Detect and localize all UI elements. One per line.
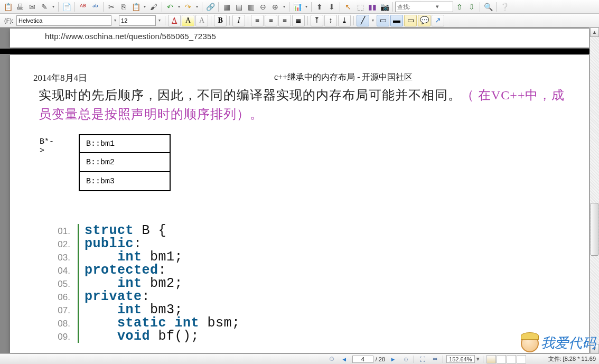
font-combo[interactable]	[16, 15, 111, 26]
dropdown-icon[interactable]: ▾	[176, 4, 182, 9]
border-icon[interactable]: ▭	[377, 15, 389, 26]
gutter-bar	[78, 277, 79, 290]
export-pdf-icon[interactable]: 📄	[61, 1, 72, 13]
sort-desc-icon[interactable]: ⬇	[326, 1, 338, 13]
last-page-icon[interactable]: ⦶	[401, 355, 410, 363]
grid-icon[interactable]: ▤	[233, 1, 245, 13]
undo-icon[interactable]: ↶	[164, 1, 176, 13]
sort-asc-icon[interactable]: ⬆	[314, 1, 325, 13]
scroll-down-icon[interactable]: ▼	[590, 344, 599, 353]
align-left-icon[interactable]: ≡	[251, 15, 264, 26]
code-block: 01.struct B {02.public:03. int bm1;04.pr…	[52, 224, 240, 343]
italic-icon[interactable]: I	[232, 15, 245, 26]
zoom-control[interactable]: 152.64% ▾	[446, 355, 479, 363]
code-line: 03. int bm1;	[52, 250, 240, 264]
first-page-icon[interactable]: ⦵	[327, 355, 336, 363]
gutter-bar	[78, 237, 79, 250]
align-center-icon[interactable]: ≡	[265, 15, 277, 26]
bold-icon[interactable]: B	[214, 15, 227, 26]
view-continuous-icon[interactable]	[497, 355, 506, 363]
page-current-input[interactable]	[352, 356, 373, 363]
dropdown-icon[interactable]: ▾	[282, 4, 287, 9]
align-justify-icon[interactable]: ≣	[292, 15, 305, 26]
dropdown-icon[interactable]: ▾	[51, 4, 56, 9]
code-line: 08. static int bsm;	[52, 316, 240, 330]
edit-icon[interactable]: ✎	[39, 1, 50, 13]
view-single-icon[interactable]	[486, 355, 496, 363]
line-number: 07.	[52, 304, 78, 315]
dropdown-icon[interactable]: ▾	[304, 4, 309, 9]
code-line: 09. void bf();	[52, 330, 240, 343]
view-facing-icon[interactable]	[507, 355, 516, 363]
code-line: 06.private:	[52, 290, 240, 303]
gutter-bar	[78, 303, 79, 316]
chevron-down-icon[interactable]: ▾	[476, 356, 480, 362]
share-icon[interactable]: ↗	[432, 15, 444, 26]
redo-icon[interactable]: ↷	[182, 1, 194, 13]
chevron-down-icon[interactable]: ▾	[370, 18, 376, 23]
spellcheck-icon[interactable]: ᴬᴮ	[77, 1, 89, 13]
status-bar: ⦵ ◄ / 28 ► ⦶ ⛶ ⇔ 152.64% ▾ 文件: [8.28 * 1…	[0, 353, 599, 364]
dropdown-icon[interactable]: ▾	[194, 4, 200, 9]
copy-icon[interactable]: 📋	[2, 1, 14, 13]
valign-top-icon[interactable]: ⤒	[311, 15, 323, 26]
table-icon[interactable]: ▦	[221, 1, 232, 13]
chart-icon[interactable]: 📊	[292, 1, 303, 13]
zoom-width-icon[interactable]: ⇔	[430, 355, 439, 363]
view-book-icon[interactable]	[517, 355, 526, 363]
find-next-icon[interactable]: ⇩	[466, 1, 478, 13]
line-number: 01.	[52, 225, 78, 236]
mail-icon[interactable]: ✉	[26, 1, 38, 13]
zoom-value[interactable]: 152.64%	[446, 355, 474, 363]
align-right-icon[interactable]: ≡	[278, 15, 291, 26]
line-number: 05.	[52, 277, 78, 288]
document-viewport: http://www.oschina.net/question/565065_7…	[0, 27, 599, 353]
search-input[interactable]	[397, 4, 434, 10]
chevron-down-icon[interactable]: ▾	[436, 3, 439, 10]
line-style-icon[interactable]: ╱	[357, 15, 369, 26]
zoom-fit-icon[interactable]: ⛶	[417, 355, 427, 363]
select-icon[interactable]: ⬚	[354, 1, 366, 13]
code-text: protected:	[85, 264, 166, 277]
next-page-icon[interactable]: ►	[388, 355, 398, 363]
format-paint-icon[interactable]: 🖌	[148, 1, 160, 13]
hyperlink-icon[interactable]: 🔗	[204, 1, 216, 13]
copy2-icon[interactable]: ⎘	[118, 1, 129, 13]
valign-bot-icon[interactable]: ⤓	[338, 15, 351, 26]
grid2-icon[interactable]: ▥	[245, 1, 257, 13]
separator	[289, 2, 289, 12]
cut-icon[interactable]: ✂	[106, 1, 117, 13]
separator	[165, 16, 165, 25]
scroll-thumb[interactable]	[591, 203, 598, 256]
zoom-icon[interactable]: 🔍	[482, 1, 494, 13]
highlight-icon[interactable]: A	[182, 15, 194, 26]
font-color-icon[interactable]: A	[168, 15, 181, 26]
code-text: int bm2;	[85, 277, 183, 290]
dropdown-icon[interactable]: ▾	[142, 4, 147, 9]
scroll-up-icon[interactable]: ▲	[590, 27, 599, 37]
vertical-scrollbar[interactable]: ▲ ▼	[589, 27, 599, 353]
mem-row: B::bm3	[79, 172, 171, 191]
autocheck-icon[interactable]: ᵃᵇ	[89, 1, 101, 13]
find-prev-icon[interactable]: ⇧	[454, 1, 465, 13]
gallery-icon[interactable]: ▮▮	[367, 1, 378, 13]
zoom-out-icon[interactable]: ⊖	[257, 1, 269, 13]
scroll-track[interactable]	[590, 37, 599, 344]
paste-icon[interactable]: 📋	[130, 1, 142, 13]
chevron-down-icon[interactable]: ▾	[113, 18, 118, 23]
help-icon[interactable]: ❔	[499, 1, 510, 13]
camera-icon[interactable]: 📷	[379, 1, 390, 13]
clear-format-icon[interactable]: A	[195, 15, 208, 26]
print-icon[interactable]: 🖶	[14, 1, 26, 13]
comment-icon[interactable]: 💬	[418, 15, 430, 26]
zoom-in-icon[interactable]: ⊕	[269, 1, 281, 13]
nav-icon[interactable]: ↖	[342, 1, 354, 13]
fill-icon[interactable]: ▬	[390, 15, 403, 26]
chevron-down-icon[interactable]: ▾	[157, 18, 162, 23]
search-box[interactable]: ▾	[395, 2, 453, 12]
valign-mid-icon[interactable]: ↕	[324, 15, 337, 26]
size-combo[interactable]	[119, 15, 156, 26]
note-icon[interactable]: ▭	[404, 15, 417, 26]
line-number: 04.	[52, 264, 78, 275]
prev-page-icon[interactable]: ◄	[340, 355, 349, 363]
